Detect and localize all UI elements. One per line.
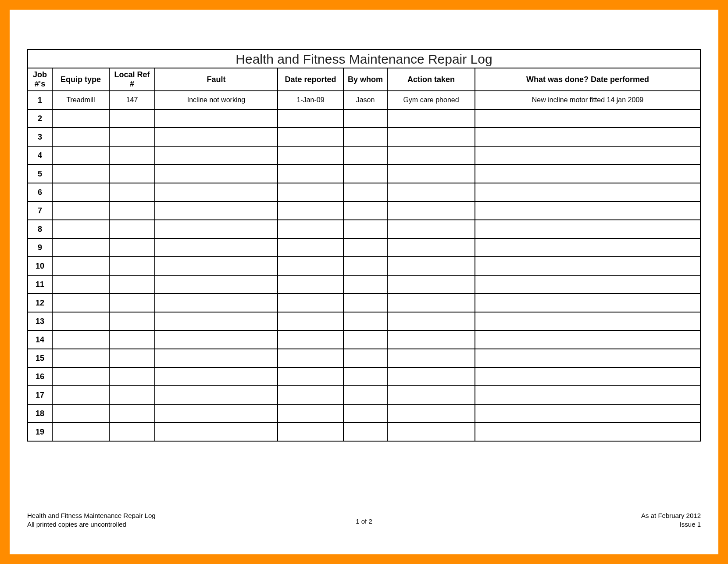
cell-local-ref xyxy=(109,386,155,404)
cell-date-reported xyxy=(278,165,343,183)
cell-fault xyxy=(155,423,278,441)
cell-by-whom xyxy=(343,165,387,183)
cell-local-ref xyxy=(109,128,155,146)
cell-action-taken xyxy=(387,109,475,128)
cell-action-taken xyxy=(387,423,475,441)
cell-what-done xyxy=(475,146,700,165)
table-row: 1Treadmill147Incline not working1-Jan-09… xyxy=(28,91,700,109)
table-row: 3 xyxy=(28,128,700,146)
footer-date: As at February 2012 xyxy=(641,511,701,520)
cell-what-done xyxy=(475,423,700,441)
cell-what-done xyxy=(475,275,700,294)
cell-local-ref xyxy=(109,238,155,257)
cell-equip-type xyxy=(52,183,109,201)
cell-local-ref xyxy=(109,330,155,349)
table-row: 14 xyxy=(28,330,700,349)
cell-fault xyxy=(155,312,278,330)
cell-date-reported xyxy=(278,423,343,441)
footer-right: As at February 2012 Issue 1 xyxy=(641,511,701,529)
cell-fault xyxy=(155,238,278,257)
cell-fault: Incline not working xyxy=(155,91,278,109)
cell-equip-type xyxy=(52,109,109,128)
cell-what-done xyxy=(475,128,700,146)
cell-action-taken xyxy=(387,275,475,294)
cell-job-number: 18 xyxy=(28,404,52,423)
cell-date-reported xyxy=(278,330,343,349)
cell-what-done xyxy=(475,294,700,312)
cell-action-taken xyxy=(387,367,475,386)
cell-equip-type xyxy=(52,238,109,257)
cell-equip-type xyxy=(52,404,109,423)
cell-fault xyxy=(155,146,278,165)
table-row: 10 xyxy=(28,257,700,275)
table-row: 13 xyxy=(28,312,700,330)
cell-equip-type xyxy=(52,312,109,330)
cell-date-reported xyxy=(278,238,343,257)
cell-job-number: 16 xyxy=(28,367,52,386)
cell-by-whom xyxy=(343,330,387,349)
table-row: 11 xyxy=(28,275,700,294)
table-title: Health and Fitness Maintenance Repair Lo… xyxy=(28,50,700,68)
cell-local-ref xyxy=(109,109,155,128)
cell-by-whom xyxy=(343,109,387,128)
table-row: 15 xyxy=(28,349,700,367)
cell-local-ref xyxy=(109,294,155,312)
table-title-row: Health and Fitness Maintenance Repair Lo… xyxy=(28,50,700,68)
cell-job-number: 19 xyxy=(28,423,52,441)
cell-action-taken xyxy=(387,220,475,238)
cell-by-whom xyxy=(343,275,387,294)
cell-action-taken xyxy=(387,312,475,330)
cell-local-ref xyxy=(109,257,155,275)
cell-by-whom xyxy=(343,294,387,312)
table-row: 8 xyxy=(28,220,700,238)
cell-equip-type xyxy=(52,349,109,367)
col-header-equip: Equip type xyxy=(52,68,109,91)
col-header-who: By whom xyxy=(343,68,387,91)
cell-by-whom xyxy=(343,183,387,201)
cell-what-done xyxy=(475,165,700,183)
cell-what-done xyxy=(475,349,700,367)
cell-fault xyxy=(155,220,278,238)
cell-what-done xyxy=(475,109,700,128)
cell-what-done xyxy=(475,330,700,349)
cell-equip-type xyxy=(52,423,109,441)
cell-local-ref: 147 xyxy=(109,91,155,109)
cell-what-done xyxy=(475,312,700,330)
cell-fault xyxy=(155,275,278,294)
cell-fault xyxy=(155,109,278,128)
cell-action-taken xyxy=(387,386,475,404)
cell-action-taken xyxy=(387,201,475,220)
cell-action-taken xyxy=(387,146,475,165)
cell-action-taken xyxy=(387,238,475,257)
cell-job-number: 6 xyxy=(28,183,52,201)
cell-local-ref xyxy=(109,220,155,238)
cell-equip-type xyxy=(52,275,109,294)
cell-local-ref xyxy=(109,423,155,441)
footer-copies-note: All printed copies are uncontrolled xyxy=(27,520,156,529)
cell-equip-type: Treadmill xyxy=(52,91,109,109)
cell-job-number: 17 xyxy=(28,386,52,404)
table-row: 4 xyxy=(28,146,700,165)
cell-date-reported xyxy=(278,294,343,312)
table-row: 17 xyxy=(28,386,700,404)
cell-by-whom xyxy=(343,423,387,441)
cell-equip-type xyxy=(52,386,109,404)
cell-by-whom xyxy=(343,128,387,146)
repair-log-table: Health and Fitness Maintenance Repair Lo… xyxy=(27,49,701,442)
cell-what-done xyxy=(475,386,700,404)
col-header-ref: Local Ref # xyxy=(109,68,155,91)
cell-job-number: 3 xyxy=(28,128,52,146)
table-row: 19 xyxy=(28,423,700,441)
cell-date-reported xyxy=(278,128,343,146)
cell-date-reported xyxy=(278,201,343,220)
cell-what-done xyxy=(475,404,700,423)
cell-date-reported xyxy=(278,275,343,294)
document-page: Health and Fitness Maintenance Repair Lo… xyxy=(10,10,718,554)
cell-equip-type xyxy=(52,165,109,183)
cell-job-number: 12 xyxy=(28,294,52,312)
cell-fault xyxy=(155,330,278,349)
cell-what-done xyxy=(475,183,700,201)
col-header-done: What was done? Date performed xyxy=(475,68,700,91)
table-row: 6 xyxy=(28,183,700,201)
cell-date-reported xyxy=(278,220,343,238)
